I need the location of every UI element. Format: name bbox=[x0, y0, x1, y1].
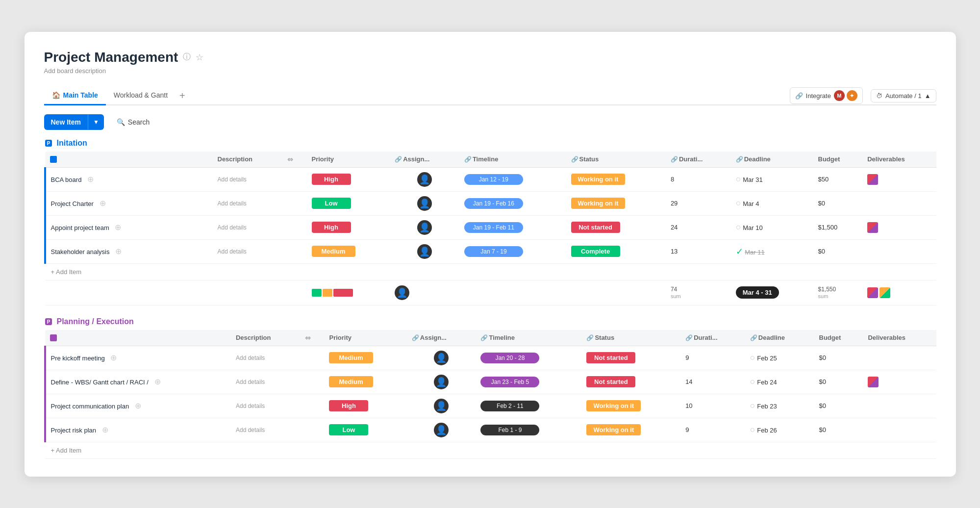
add-details-label[interactable]: Add details bbox=[236, 379, 265, 385]
row-add-icon[interactable]: ⊕ bbox=[87, 175, 94, 183]
timeline-badge[interactable]: Jan 7 - 19 bbox=[464, 246, 523, 257]
avatar[interactable]: 👤 bbox=[417, 172, 432, 187]
resize-handle-p[interactable]: ⇔ bbox=[305, 334, 311, 342]
timeline-badge[interactable]: Jan 23 - Feb 5 bbox=[480, 377, 539, 387]
row-name[interactable]: Pre kickoff meeting bbox=[51, 355, 105, 362]
status-cell[interactable]: Working on it bbox=[566, 167, 666, 191]
resize-handle[interactable]: ⇔ bbox=[287, 155, 293, 163]
priority-cell[interactable]: Medium bbox=[307, 239, 390, 263]
col-resize[interactable]: ⇔ bbox=[282, 152, 307, 168]
status-badge[interactable]: Working on it bbox=[586, 424, 641, 435]
row-add-icon[interactable]: ⊕ bbox=[115, 223, 121, 231]
col-resize-p[interactable]: ⇔ bbox=[300, 330, 324, 346]
status-badge[interactable]: Working on it bbox=[571, 198, 626, 209]
priority-cell[interactable]: Low bbox=[324, 418, 406, 442]
avatar[interactable]: 👤 bbox=[434, 375, 449, 389]
priority-cell[interactable]: Medium bbox=[324, 346, 406, 370]
timeline-badge[interactable]: Feb 1 - 9 bbox=[480, 425, 539, 435]
row-name[interactable]: Stakeholder analysis bbox=[51, 248, 110, 255]
timeline-cell[interactable]: Feb 2 - 11 bbox=[476, 394, 581, 418]
row-name[interactable]: Project communication plan bbox=[51, 403, 129, 410]
timeline-cell[interactable]: Jan 12 - 19 bbox=[459, 167, 566, 191]
row-add-icon[interactable]: ⊕ bbox=[115, 247, 122, 255]
automate-button[interactable]: ⏱ Automate / 1 ▲ bbox=[871, 89, 936, 102]
row-add-icon[interactable]: ⊕ bbox=[102, 426, 108, 434]
avatar[interactable]: 👤 bbox=[434, 351, 449, 365]
row-add-icon[interactable]: ⊕ bbox=[135, 402, 141, 410]
row-name[interactable]: BCA board bbox=[51, 176, 82, 183]
priority-badge[interactable]: Medium bbox=[312, 246, 355, 257]
avatar[interactable]: 👤 bbox=[417, 220, 432, 235]
status-cell[interactable]: Working on it bbox=[566, 191, 666, 215]
add-details-label[interactable]: Add details bbox=[218, 248, 247, 255]
add-item-row-planning[interactable]: + Add Item bbox=[45, 442, 936, 458]
add-details-label[interactable]: Add details bbox=[236, 355, 265, 361]
avatar[interactable]: 👤 bbox=[417, 196, 432, 211]
tab-add-button[interactable]: + bbox=[176, 90, 189, 102]
add-details-label[interactable]: Add details bbox=[236, 427, 265, 433]
board-description[interactable]: Add board description bbox=[44, 67, 936, 75]
priority-badge[interactable]: Low bbox=[329, 424, 368, 435]
timeline-cell[interactable]: Feb 1 - 9 bbox=[476, 418, 581, 442]
status-badge[interactable]: Not started bbox=[586, 376, 635, 387]
status-cell[interactable]: Working on it bbox=[581, 418, 680, 442]
timeline-cell[interactable]: Jan 20 - 28 bbox=[476, 346, 581, 370]
row-name[interactable]: Appoint project team bbox=[51, 224, 109, 231]
row-name[interactable]: Project risk plan bbox=[51, 427, 96, 434]
tab-main-table[interactable]: 🏠 Main Table bbox=[44, 87, 106, 105]
status-badge[interactable]: Complete bbox=[571, 246, 620, 257]
avatar[interactable]: 👤 bbox=[434, 423, 449, 437]
status-cell[interactable]: Not started bbox=[581, 346, 680, 370]
row-name[interactable]: Project Charter bbox=[51, 200, 94, 207]
priority-badge[interactable]: High bbox=[312, 174, 351, 185]
tab-workload-gantt[interactable]: Workload & Gantt bbox=[106, 87, 176, 105]
status-badge[interactable]: Not started bbox=[586, 352, 635, 363]
add-details-label[interactable]: Add details bbox=[218, 224, 247, 231]
priority-badge[interactable]: High bbox=[312, 222, 351, 233]
timeline-cell[interactable]: Jan 23 - Feb 5 bbox=[476, 370, 581, 394]
search-button[interactable]: 🔍 Search bbox=[110, 115, 156, 129]
integrate-button[interactable]: 🔗 Integrate M ✦ bbox=[790, 87, 863, 104]
row-add-icon[interactable]: ⊕ bbox=[100, 199, 106, 207]
timeline-cell[interactable]: Jan 19 - Feb 11 bbox=[459, 215, 566, 239]
info-icon[interactable]: ⓘ bbox=[183, 52, 191, 62]
timeline-badge[interactable]: Feb 2 - 11 bbox=[480, 401, 539, 411]
add-item-cell-planning[interactable]: + Add Item bbox=[45, 442, 936, 458]
priority-cell[interactable]: High bbox=[324, 394, 406, 418]
status-cell[interactable]: Complete bbox=[566, 239, 666, 263]
timeline-cell[interactable]: Jan 19 - Feb 16 bbox=[459, 191, 566, 215]
avatar[interactable]: 👤 bbox=[434, 399, 449, 413]
new-item-label: New Item bbox=[44, 114, 88, 130]
timeline-badge[interactable]: Jan 19 - Feb 11 bbox=[464, 222, 523, 233]
timeline-badge[interactable]: Jan 20 - 28 bbox=[480, 353, 539, 363]
priority-badge[interactable]: Medium bbox=[329, 376, 373, 387]
new-item-dropdown-arrow[interactable]: ▼ bbox=[88, 115, 104, 129]
avatar[interactable]: 👤 bbox=[417, 244, 432, 259]
row-add-icon[interactable]: ⊕ bbox=[110, 354, 117, 362]
timeline-badge[interactable]: Jan 12 - 19 bbox=[464, 174, 523, 185]
row-add-icon[interactable]: ⊕ bbox=[154, 378, 161, 386]
priority-cell[interactable]: High bbox=[307, 215, 390, 239]
add-item-cell[interactable]: + Add Item bbox=[45, 263, 936, 280]
status-badge[interactable]: Not started bbox=[571, 222, 620, 233]
priority-cell[interactable]: Low bbox=[307, 191, 390, 215]
add-details-label[interactable]: Add details bbox=[218, 200, 247, 207]
status-cell[interactable]: Not started bbox=[581, 370, 680, 394]
timeline-badge[interactable]: Jan 19 - Feb 16 bbox=[464, 198, 523, 209]
add-details-label[interactable]: Add details bbox=[236, 403, 265, 409]
status-cell[interactable]: Working on it bbox=[581, 394, 680, 418]
add-item-row[interactable]: + Add Item bbox=[45, 263, 936, 280]
priority-badge[interactable]: High bbox=[329, 400, 368, 411]
timeline-cell[interactable]: Jan 7 - 19 bbox=[459, 239, 566, 263]
status-badge[interactable]: Working on it bbox=[571, 174, 626, 185]
star-icon[interactable]: ☆ bbox=[196, 52, 203, 63]
priority-badge[interactable]: Medium bbox=[329, 352, 373, 363]
priority-cell[interactable]: High bbox=[307, 167, 390, 191]
status-cell[interactable]: Not started bbox=[566, 215, 666, 239]
new-item-button[interactable]: New Item ▼ bbox=[44, 114, 104, 130]
status-badge[interactable]: Working on it bbox=[586, 400, 641, 411]
add-details-label[interactable]: Add details bbox=[218, 176, 247, 183]
priority-cell[interactable]: Medium bbox=[324, 370, 406, 394]
priority-badge[interactable]: Low bbox=[312, 198, 351, 209]
row-name[interactable]: Define - WBS/ Gantt chart / RACI / bbox=[51, 379, 149, 386]
